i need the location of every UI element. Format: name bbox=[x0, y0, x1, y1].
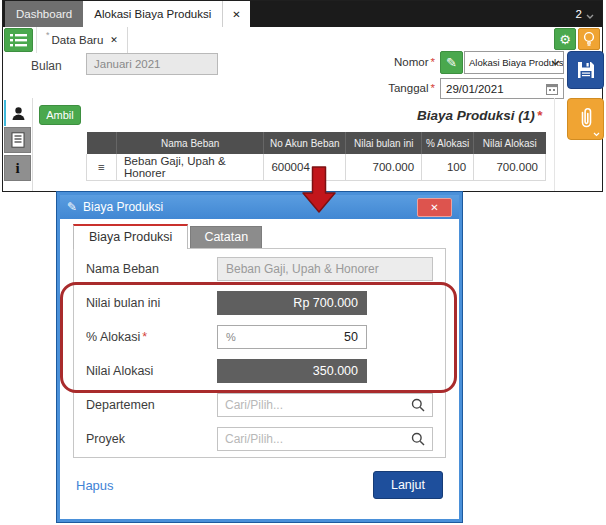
gear-icon: ⚙ bbox=[559, 33, 571, 46]
nomor-value: Alokasi Biaya Produksi bbox=[469, 57, 564, 68]
proyek-label: Proyek bbox=[86, 432, 217, 446]
window-titlebar: Dashboard Alokasi Biaya Produksi ✕ 2 bbox=[3, 1, 602, 27]
tab-alokasi-label: Alokasi Biaya Produksi bbox=[94, 8, 211, 20]
section-title: Biaya Produksi (1)* bbox=[417, 108, 542, 123]
close-icon: ✕ bbox=[232, 9, 240, 20]
modal-titlebar: ✎ Biaya Produksi ✕ bbox=[60, 195, 459, 219]
cell-nama-beban: Beban Gaji, Upah & Honorer bbox=[116, 154, 263, 180]
nomor-label: Nomor* bbox=[363, 56, 435, 68]
cell-nilai-bulan-ini: 700.000 bbox=[346, 154, 422, 180]
modal-biaya-produksi: ✎ Biaya Produksi ✕ Biaya Produksi Catata… bbox=[57, 192, 462, 522]
toolbar-right-buttons: ⚙ bbox=[554, 28, 600, 50]
settings-button[interactable]: ⚙ bbox=[554, 28, 576, 50]
table-header-handle bbox=[87, 132, 117, 154]
modal-tab-biaya-produksi[interactable]: Biaya Produksi bbox=[73, 224, 188, 249]
rail-divider bbox=[32, 98, 33, 191]
proyek-input[interactable]: Cari/Pilih... bbox=[217, 427, 433, 451]
person-icon bbox=[11, 106, 26, 121]
sidebar-item-detail[interactable] bbox=[4, 100, 31, 126]
departemen-label: Departemen bbox=[86, 398, 217, 412]
nilai-bulan-ini-label: Nilai bulan ini bbox=[86, 296, 217, 310]
table-header-cell: Nilai Alokasi bbox=[474, 132, 546, 154]
info-icon: i bbox=[15, 160, 19, 177]
chevron-down-icon bbox=[551, 60, 560, 66]
chevron-down-icon bbox=[593, 132, 600, 137]
ambil-button[interactable]: Ambil bbox=[39, 105, 81, 125]
biaya-produksi-table: Nama Beban No Akun Beban Nilai bulan ini… bbox=[86, 132, 546, 181]
modal-close-button[interactable]: ✕ bbox=[417, 198, 452, 217]
modal-footer: Hapus Lanjut bbox=[73, 471, 446, 499]
modal-body: Biaya Produksi Catatan Nama Beban Beban … bbox=[60, 219, 459, 499]
modal-title: Biaya Produksi bbox=[83, 200, 163, 214]
search-icon[interactable] bbox=[411, 432, 425, 446]
table-row[interactable]: ≡ Beban Gaji, Upah & Honorer 600004 700.… bbox=[87, 154, 546, 180]
lanjut-button[interactable]: Lanjut bbox=[373, 471, 443, 499]
table-header-row: Nama Beban No Akun Beban Nilai bulan ini… bbox=[87, 132, 546, 154]
tab-dashboard-label: Dashboard bbox=[16, 8, 72, 20]
persen-alokasi-value: 50 bbox=[344, 330, 358, 344]
required-asterisk: * bbox=[537, 108, 542, 123]
nama-beban-field: Beban Gaji, Upah & Honorer bbox=[217, 257, 433, 281]
search-icon[interactable] bbox=[411, 398, 425, 412]
nama-beban-label: Nama Beban bbox=[86, 262, 217, 276]
nilai-bulan-ini-field: Rp 700.000 bbox=[217, 291, 367, 315]
departemen-input[interactable]: Cari/Pilih... bbox=[217, 393, 433, 417]
modal-tabs: Biaya Produksi Catatan bbox=[73, 224, 446, 248]
unsaved-marker: * bbox=[46, 30, 50, 40]
nilai-alokasi-field: 350.000 bbox=[217, 359, 367, 383]
tips-button[interactable] bbox=[578, 28, 600, 50]
cell-nilai-alokasi: 700.000 bbox=[474, 154, 546, 180]
save-button[interactable] bbox=[567, 51, 604, 89]
row-drag-handle[interactable]: ≡ bbox=[87, 154, 117, 180]
tab-data-baru[interactable]: * Data Baru ✕ bbox=[36, 27, 128, 53]
tab-dashboard[interactable]: Dashboard bbox=[5, 1, 83, 27]
cell-no-akun: 600004 bbox=[264, 154, 346, 180]
close-icon: ✕ bbox=[430, 202, 438, 213]
departemen-placeholder: Cari/Pilih... bbox=[225, 398, 283, 412]
bulan-field: Januari 2021 bbox=[86, 53, 218, 75]
chevron-down-icon bbox=[586, 14, 594, 20]
bulan-label: Bulan bbox=[31, 59, 62, 73]
notification-menu[interactable]: 2 bbox=[576, 1, 602, 27]
attachment-button[interactable] bbox=[567, 98, 604, 140]
table-header-cell: Nama Beban bbox=[116, 132, 263, 154]
panel-divider bbox=[554, 98, 555, 191]
notification-count: 2 bbox=[576, 8, 582, 20]
sidebar-item-info[interactable]: i bbox=[4, 155, 31, 181]
pencil-icon: ✎ bbox=[67, 200, 77, 214]
calendar-icon[interactable] bbox=[546, 83, 558, 95]
table-header-cell: No Akun Beban bbox=[264, 132, 346, 154]
document-list-icon bbox=[11, 132, 25, 148]
tanggal-value: 29/01/2021 bbox=[446, 83, 504, 95]
persen-alokasi-label: % Alokasi* bbox=[86, 330, 217, 344]
edit-nomor-button[interactable]: ✎ bbox=[440, 51, 463, 74]
table-header-cell: % Alokasi bbox=[422, 132, 474, 154]
required-asterisk: * bbox=[431, 56, 435, 68]
persen-alokasi-input[interactable]: % 50 bbox=[217, 325, 367, 349]
nomor-select[interactable]: Alokasi Biaya Produksi bbox=[464, 51, 564, 74]
modal-form-panel: Nama Beban Beban Gaji, Upah & Honorer Ni… bbox=[73, 248, 446, 458]
tab-alokasi-biaya-produksi[interactable]: Alokasi Biaya Produksi bbox=[83, 1, 222, 27]
list-menu-icon bbox=[10, 34, 27, 47]
close-icon[interactable]: ✕ bbox=[110, 35, 118, 45]
required-asterisk: * bbox=[142, 330, 147, 344]
lightbulb-icon bbox=[582, 31, 596, 47]
hapus-link[interactable]: Hapus bbox=[76, 478, 114, 493]
screenshot-stage: Dashboard Alokasi Biaya Produksi ✕ 2 bbox=[0, 0, 606, 525]
tanggal-label: Tanggal* bbox=[363, 82, 435, 94]
cell-persen-alokasi: 100 bbox=[422, 154, 474, 180]
tab-data-baru-label: Data Baru bbox=[52, 34, 104, 46]
pencil-icon: ✎ bbox=[446, 55, 457, 70]
proyek-placeholder: Cari/Pilih... bbox=[225, 432, 283, 446]
modal-tab-catatan[interactable]: Catatan bbox=[190, 226, 262, 248]
menu-button[interactable] bbox=[4, 28, 33, 52]
required-asterisk: * bbox=[431, 82, 435, 94]
nilai-alokasi-label: Nilai Alokasi bbox=[86, 364, 217, 378]
tab-close-button[interactable]: ✕ bbox=[222, 1, 249, 27]
sidebar-item-list[interactable] bbox=[4, 127, 31, 153]
percent-prefix: % bbox=[226, 331, 236, 343]
app-window: Dashboard Alokasi Biaya Produksi ✕ 2 bbox=[2, 0, 603, 192]
paperclip-icon bbox=[576, 107, 596, 131]
tanggal-field[interactable]: 29/01/2021 bbox=[440, 78, 564, 99]
document-toolbar: * Data Baru ✕ ⚙ bbox=[3, 27, 602, 54]
